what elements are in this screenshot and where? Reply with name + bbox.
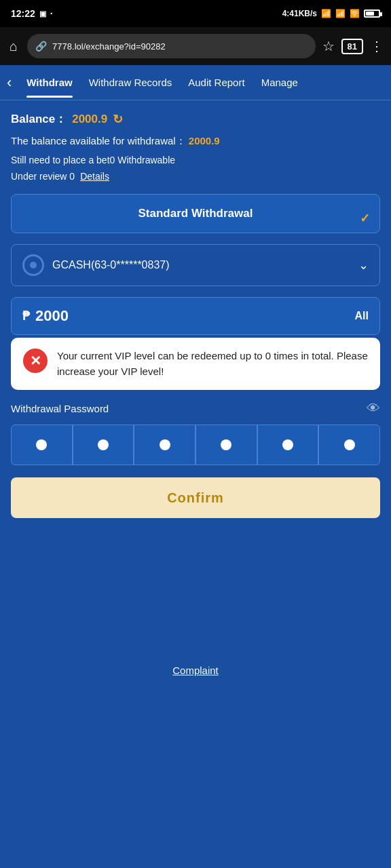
details-link[interactable]: Details (80, 171, 109, 182)
password-dot-4[interactable] (196, 425, 257, 465)
dot-1 (36, 439, 47, 450)
tab-count[interactable]: 81 (341, 39, 363, 54)
balance-row: Balance： 2000.9 ↻ (11, 111, 380, 127)
vip-warning-message: Your current VIP level can be redeemed u… (57, 349, 368, 379)
sim-icon: ▣ (39, 9, 46, 18)
payment-method-label: GCASH(63-0******0837) (52, 259, 350, 271)
bookmark-icon[interactable]: ☆ (322, 38, 335, 54)
status-bar: 12:22 ▣ · 4:41KB/s 📶 📶 🛜 (0, 0, 391, 27)
signal-icon-2: 📶 (335, 9, 346, 18)
time-display: 12:22 (11, 8, 35, 19)
complaint-section: Complaint (0, 637, 391, 690)
refresh-icon[interactable]: ↻ (113, 112, 123, 127)
dot-indicator: · (50, 8, 53, 19)
dot-4 (221, 439, 231, 450)
bet-row: Still need to place a bet0 Withdrawable (11, 155, 380, 165)
url-text: 7778.lol/exchange?id=90282 (52, 41, 307, 52)
main-content: Balance： 2000.9 ↻ The balance available … (0, 100, 391, 529)
menu-dots-icon[interactable]: ⋮ (370, 38, 384, 54)
dot-6 (344, 439, 355, 450)
password-label-row: Withdrawal Password 👁 (11, 401, 380, 416)
vip-warning-toast: ✕ Your current VIP level can be redeemed… (11, 338, 380, 390)
battery-icon (364, 9, 380, 18)
tab-manage[interactable]: Manage (253, 67, 306, 98)
error-icon: ✕ (23, 349, 48, 373)
balance-amount: 2000.9 (72, 113, 107, 126)
dot-5 (282, 439, 293, 450)
confirm-button[interactable]: Confirm (11, 477, 380, 518)
payment-method-icon (22, 254, 44, 276)
standard-withdrawal-label: Standard Withdrawal (138, 207, 253, 220)
nav-tabs: ‹ Withdraw Withdraw Records Audit Report… (0, 65, 391, 100)
password-dot-2[interactable] (73, 425, 134, 465)
browser-bar: ⌂ 🔗 7778.lol/exchange?id=90282 ☆ 81 ⋮ (0, 27, 391, 65)
url-icon: 🔗 (35, 41, 47, 52)
eye-icon[interactable]: 👁 (367, 401, 380, 416)
available-label: The balance available for withdrawal： (11, 135, 186, 146)
available-withdrawal-row: The balance available for withdrawal： 20… (11, 135, 380, 148)
balance-label: Balance： (11, 111, 67, 127)
browser-actions: ☆ 81 ⋮ (322, 38, 384, 54)
currency-symbol: ₱ (22, 309, 30, 323)
home-button[interactable]: ⌂ (7, 36, 20, 57)
available-amount: 2000.9 (189, 135, 220, 146)
password-dots-row (11, 425, 380, 465)
tab-withdraw-records[interactable]: Withdraw Records (81, 67, 181, 98)
dot-2 (98, 439, 109, 450)
standard-withdrawal-button[interactable]: Standard Withdrawal (11, 194, 380, 233)
tab-withdraw[interactable]: Withdraw (18, 67, 80, 98)
bet-text: Still need to place a bet0 Withdrawable (11, 155, 175, 165)
password-dot-1[interactable] (11, 425, 73, 465)
dot-3 (160, 439, 170, 450)
wifi-icon: 🛜 (350, 9, 360, 18)
complaint-link[interactable]: Complaint (172, 665, 219, 676)
amount-value: 2000 (35, 307, 355, 325)
password-dot-6[interactable] (318, 425, 380, 465)
kb-indicator: 4:41KB/s (282, 9, 317, 18)
amount-input-row[interactable]: ₱ 2000 All (11, 297, 380, 335)
password-dot-3[interactable] (134, 425, 196, 465)
url-bar[interactable]: 🔗 7778.lol/exchange?id=90282 (27, 34, 315, 58)
status-left: 12:22 ▣ · (11, 8, 53, 19)
review-row: Under review 0 Details (11, 171, 380, 182)
under-review-label: Under review 0 (11, 171, 75, 182)
tab-audit-report[interactable]: Audit Report (180, 67, 253, 98)
password-dot-5[interactable] (257, 425, 319, 465)
status-right: 4:41KB/s 📶 📶 🛜 (282, 9, 380, 18)
all-button[interactable]: All (355, 310, 369, 322)
chevron-down-icon: ⌄ (358, 258, 369, 273)
password-label-text: Withdrawal Password (11, 403, 109, 414)
signal-icon-1: 📶 (321, 9, 331, 18)
payment-method-dropdown[interactable]: GCASH(63-0******0837) ⌄ (11, 244, 380, 286)
back-button[interactable]: ‹ (7, 74, 12, 92)
